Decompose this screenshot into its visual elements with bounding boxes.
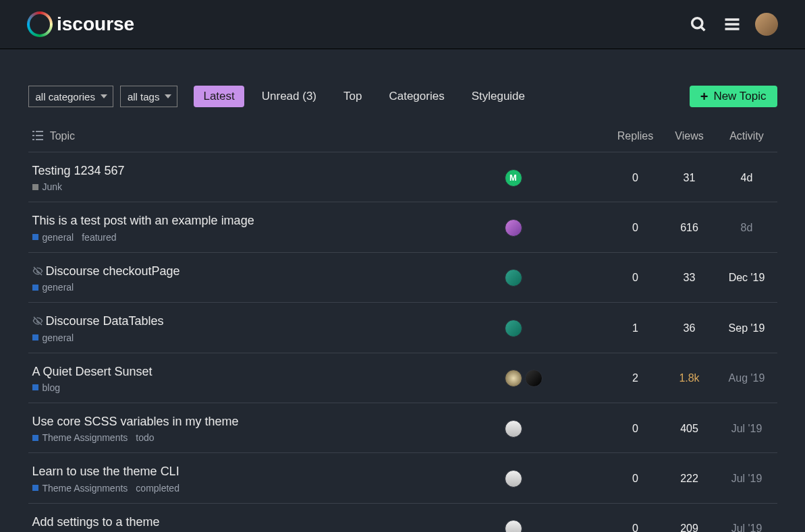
bulk-select-icon[interactable] [32, 130, 43, 141]
poster-avatar[interactable] [505, 370, 522, 387]
topic-row: Add settings to a themeTheme Assignments… [28, 503, 777, 532]
poster-avatar[interactable] [505, 470, 522, 487]
topic-replies[interactable]: 0 [609, 202, 663, 252]
svg-rect-9 [32, 139, 34, 140]
topic-posters [505, 269, 605, 287]
topic-title-link[interactable]: Learn to use the theme CLI [32, 464, 497, 479]
poster-avatar[interactable] [505, 420, 522, 438]
topic-views: 36 [663, 303, 717, 353]
category-badge[interactable]: Theme Assignments [32, 432, 128, 443]
unlisted-icon [32, 266, 43, 276]
poster-avatar[interactable] [505, 520, 522, 532]
topic-activity[interactable]: Jul '19 [717, 503, 777, 532]
plus-icon: + [700, 90, 709, 103]
topic-activity[interactable]: 8d [717, 202, 777, 252]
tag-link[interactable]: completed [136, 483, 179, 494]
search-icon[interactable] [688, 13, 709, 35]
topic-views: 616 [663, 202, 717, 252]
category-color-icon [32, 485, 38, 491]
category-badge[interactable]: general [32, 332, 74, 343]
svg-point-0 [692, 18, 702, 28]
svg-rect-7 [32, 135, 34, 136]
topic-replies[interactable]: 1 [609, 303, 663, 353]
topic-list: Topic Replies Views Activity Testing 123… [28, 125, 777, 532]
topic-replies[interactable]: 0 [609, 252, 663, 302]
category-badge[interactable]: Theme Assignments [32, 483, 128, 494]
topic-row: A Quiet Desert Sunsetblog21.8kAug '19 [28, 353, 777, 403]
topic-title-link[interactable]: Discourse checkoutPage [32, 264, 497, 279]
category-badge[interactable]: general [32, 232, 74, 243]
new-topic-button[interactable]: + New Topic [690, 86, 777, 107]
poster-avatar[interactable]: M [505, 169, 522, 187]
category-badge[interactable]: blog [32, 382, 60, 393]
topic-title-link[interactable]: Use core SCSS variables in my theme [32, 414, 497, 430]
topic-meta: Theme Assignmentscompleted [32, 483, 497, 494]
svg-rect-10 [36, 139, 43, 140]
col-header-replies[interactable]: Replies [609, 125, 663, 152]
topic-title-link[interactable]: Testing 1234 567 [32, 163, 497, 179]
topic-row: Discourse checkoutPagegeneral033Dec '19 [28, 252, 777, 302]
nav-pill-latest[interactable]: Latest [194, 86, 244, 107]
col-header-activity[interactable]: Activity [717, 125, 777, 152]
topic-views: 209 [663, 503, 717, 532]
tag-filter-dropdown[interactable]: all tags [120, 86, 178, 107]
topic-activity[interactable]: Aug '19 [717, 353, 777, 403]
nav-pill-categories[interactable]: Categories [379, 86, 453, 107]
topic-meta: generalfeatured [32, 232, 497, 243]
topic-posters [505, 219, 605, 237]
poster-avatar[interactable] [525, 370, 543, 387]
topic-views: 31 [663, 152, 717, 202]
topic-activity[interactable]: Dec '19 [717, 252, 777, 302]
topic-row: Discourse DataTablesgeneral136Sep '19 [28, 303, 777, 353]
topic-replies[interactable]: 2 [609, 353, 663, 403]
category-color-icon [32, 184, 38, 190]
tag-link[interactable]: todo [136, 432, 154, 443]
topic-posters [505, 520, 605, 532]
poster-avatar[interactable] [505, 269, 522, 287]
category-filter-dropdown[interactable]: all categories [28, 86, 113, 107]
category-color-icon [32, 234, 38, 240]
topic-replies[interactable]: 0 [609, 403, 663, 452]
poster-avatar[interactable] [505, 219, 522, 237]
topic-activity[interactable]: Sep '19 [717, 303, 777, 353]
category-badge[interactable]: Junk [32, 181, 63, 192]
topic-posters: M [505, 169, 605, 187]
topic-activity[interactable]: 4d [717, 152, 777, 202]
current-user-avatar[interactable] [755, 13, 778, 36]
nav-pill-unread[interactable]: Unread (3) [252, 86, 326, 107]
col-header-views[interactable]: Views [663, 125, 717, 152]
svg-rect-8 [36, 135, 43, 136]
topic-meta: Theme Assignmentstodo [32, 432, 497, 443]
category-color-icon [32, 334, 38, 341]
site-logo[interactable]: iscourse [27, 11, 134, 37]
topic-posters [505, 420, 605, 438]
svg-line-1 [701, 27, 705, 31]
hamburger-menu-icon[interactable] [721, 13, 743, 35]
topic-title-link[interactable]: Add settings to a theme [32, 514, 497, 530]
category-badge[interactable]: general [32, 282, 74, 293]
topic-activity[interactable]: Jul '19 [717, 403, 777, 452]
logo-mark-icon [27, 11, 53, 37]
topic-title-link[interactable]: Discourse DataTables [32, 314, 497, 329]
unlisted-icon [32, 316, 43, 326]
list-controls: all categories all tags LatestUnread (3)… [28, 86, 777, 107]
topic-posters [505, 470, 605, 487]
topic-row: Use core SCSS variables in my themeTheme… [28, 403, 777, 452]
logo-text: iscourse [57, 13, 134, 35]
topic-activity[interactable]: Jul '19 [717, 453, 777, 503]
topic-replies[interactable]: 0 [609, 453, 663, 503]
topic-title-link[interactable]: This is a test post with an example imag… [32, 213, 497, 229]
col-header-topic[interactable]: Topic [28, 125, 501, 152]
nav-pill-top[interactable]: Top [334, 86, 371, 107]
category-color-icon [32, 435, 38, 441]
nav-pill-styleguide[interactable]: Styleguide [462, 86, 534, 107]
poster-avatar[interactable] [505, 320, 522, 337]
topic-replies[interactable]: 0 [609, 152, 663, 202]
tag-link[interactable]: featured [82, 232, 116, 243]
topic-replies[interactable]: 0 [609, 503, 663, 532]
topic-views: 405 [663, 403, 717, 452]
svg-rect-6 [36, 131, 43, 132]
topic-views: 33 [663, 252, 717, 302]
topic-title-link[interactable]: A Quiet Desert Sunset [32, 364, 497, 380]
topic-row: Testing 1234 567JunkM0314d [28, 152, 777, 202]
